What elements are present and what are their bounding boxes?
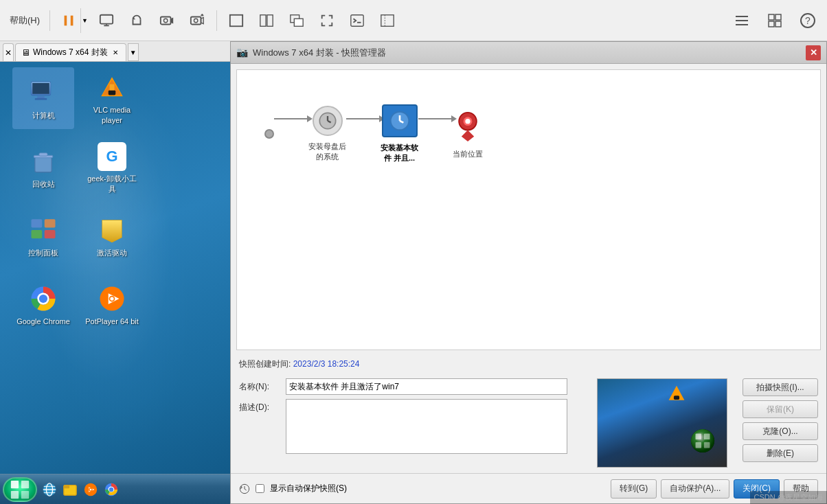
vlc-icon-item[interactable]: VLC media player (81, 67, 143, 129)
toolbar-separator-2 (216, 10, 217, 31)
auto-protect-checkbox[interactable] (256, 484, 264, 493)
chrome-icon-item[interactable]: Google Chrome (12, 273, 74, 335)
list-view-button[interactable] (731, 10, 753, 32)
control-panel-icon-item[interactable]: 控制面板 (12, 205, 74, 266)
vm-tab[interactable]: 🖥 Windows 7 x64 封装 ✕ (15, 43, 126, 61)
blue-clock-box (382, 104, 418, 137)
gray-node-label: 安装母盘后的系统 (308, 141, 346, 163)
snapshot-manager-dialog: 📷 Windows 7 x64 封装 - 快照管理器 ✕ (230, 41, 827, 504)
help-menu[interactable]: 帮助(H) (5, 12, 44, 30)
potplayer-label: PotPlayer 64 bit (85, 317, 139, 326)
geek-icon: G (95, 140, 128, 172)
name-input[interactable] (286, 378, 567, 395)
vlc-svg (98, 73, 126, 102)
svg-rect-21 (381, 14, 394, 26)
timeline-blue-node[interactable]: 安装基本软件 并且... (381, 104, 418, 164)
help-button[interactable]: ? (797, 10, 819, 32)
computer-icon-item[interactable]: 计算机 (12, 67, 74, 129)
pause-button[interactable]: ▼ (56, 3, 90, 38)
fullscreen-button[interactable] (313, 3, 341, 38)
rotate-left-icon (129, 13, 144, 28)
svg-rect-16 (267, 14, 273, 26)
goto-button[interactable]: 转到(G) (611, 479, 657, 499)
layout-detach-button[interactable] (283, 3, 310, 38)
timeline-gray-node[interactable]: 安装母盘后的系统 (308, 106, 346, 163)
svg-rect-34 (32, 83, 49, 94)
geek-icon-item[interactable]: G geek-卸载小工具 (81, 136, 143, 198)
driver-icon (95, 214, 128, 247)
desc-textarea[interactable] (286, 399, 567, 454)
layout-detach-icon (289, 13, 304, 28)
control-svg (29, 216, 58, 244)
svg-text:?: ? (805, 15, 811, 26)
tab-close-button[interactable]: ✕ (111, 48, 120, 58)
dialog-close-button[interactable]: ✕ (806, 45, 821, 60)
take-snapshot-button[interactable]: 拍摄快照(I)... (743, 378, 818, 396)
close-panel-button[interactable]: ✕ (3, 43, 14, 61)
layout-full-button[interactable] (223, 3, 250, 38)
grid-view-button[interactable] (764, 10, 786, 32)
potplayer-icon-item[interactable]: PotPlayer 64 bit (81, 273, 143, 335)
taskbar-wmp-icon[interactable] (81, 480, 100, 499)
rotate-left-button[interactable] (123, 3, 150, 38)
svg-rect-47 (45, 230, 56, 238)
fullscreen-icon (319, 13, 335, 28)
driver-icon-item[interactable]: 激活驱动 (81, 205, 143, 266)
taskbar-explorer-icon[interactable] (60, 480, 80, 499)
name-label: 名称(N): (239, 378, 280, 393)
taskbar-ie-icon[interactable] (40, 480, 59, 499)
keep-button[interactable]: 保留(K) (743, 400, 818, 418)
vlc-label: VLC media player (85, 105, 139, 125)
recycle-svg (29, 147, 58, 176)
dialog-title: Windows 7 x64 封装 - 快照管理器 (253, 47, 806, 59)
svg-rect-46 (32, 230, 43, 238)
recycle-icon-item[interactable]: 回收站 (12, 136, 74, 198)
pause-icon (61, 13, 76, 28)
start-button[interactable] (3, 477, 37, 502)
vlc-icon (95, 71, 128, 104)
svg-rect-26 (769, 14, 774, 20)
layout-split-button[interactable] (253, 3, 280, 38)
svg-point-83 (465, 119, 470, 124)
taskbar-chrome-icon[interactable] (102, 480, 121, 499)
control-panel-icon (27, 214, 60, 247)
form-fields: 名称(N): 描述(D): (239, 378, 589, 468)
delete-button[interactable]: 删除(E) (743, 444, 818, 462)
svg-point-56 (110, 297, 113, 300)
svg-rect-43 (39, 153, 47, 156)
layout-split-icon (259, 13, 274, 28)
svg-rect-44 (32, 219, 43, 227)
camera-down-button[interactable] (153, 3, 181, 38)
dialog-icon: 📷 (236, 47, 249, 59)
svg-rect-36 (35, 98, 47, 100)
snapshot-info-area: 快照创建时间: 2023/2/3 18:25:24 (231, 356, 826, 378)
svg-rect-14 (230, 14, 242, 26)
terminal-button[interactable] (343, 3, 371, 38)
auto-protect-label: 显示自动保护快照(S) (270, 483, 347, 494)
chrome-icon (27, 282, 60, 315)
clone-button[interactable]: 克隆(O)... (743, 422, 818, 440)
tab-vm-icon: 🖥 (21, 47, 30, 58)
help-icon: ? (800, 12, 816, 29)
desc-row: 描述(D): (239, 399, 589, 454)
windows-orb-icon (690, 428, 716, 454)
clock-blue-icon (389, 110, 411, 132)
tab-bar: ✕ 🖥 Windows 7 x64 封装 ✕ ▼ (0, 41, 230, 62)
svg-rect-88 (696, 434, 702, 440)
svg-rect-0 (65, 15, 67, 25)
tab-dropdown-button[interactable]: ▼ (128, 43, 139, 61)
pause-dropdown-arrow[interactable]: ▼ (80, 8, 89, 33)
explorer-svg (63, 482, 78, 497)
svg-rect-41 (35, 157, 52, 172)
camera-up-button[interactable] (183, 3, 211, 38)
monitor-settings-icon (99, 13, 114, 28)
current-node-label: 当前位置 (453, 149, 483, 159)
svg-point-7 (163, 19, 168, 23)
timeline-current-node[interactable]: 当前位置 (453, 109, 483, 159)
control-panel-label: 控制面板 (28, 248, 58, 257)
toolbar-separator (49, 10, 50, 31)
snapshot-timeline: 安装母盘后的系统 安装基本软件 并且... (236, 69, 821, 350)
monitor-settings-button[interactable] (93, 3, 120, 38)
resize-button[interactable] (374, 3, 401, 38)
auto-protect-btn[interactable]: 自动保护(A)... (661, 479, 729, 499)
